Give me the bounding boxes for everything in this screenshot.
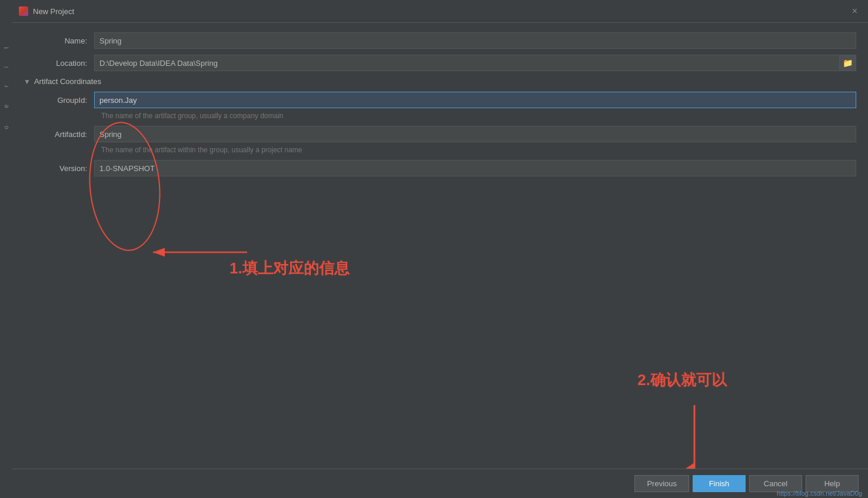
version-label: Version: bbox=[24, 164, 94, 173]
annotation-arrow-1 bbox=[147, 240, 253, 272]
sidebar-item-2[interactable]: i bbox=[3, 66, 9, 68]
artifactid-input[interactable] bbox=[94, 126, 856, 142]
browse-button[interactable]: 📁 bbox=[840, 55, 856, 71]
groupid-label: GroupId: bbox=[24, 96, 94, 105]
section-toggle[interactable]: ▼ bbox=[24, 78, 31, 86]
sidebar-item-4[interactable]: e bbox=[3, 105, 9, 108]
location-input-wrapper: 📁 bbox=[94, 55, 856, 71]
dialog-title: New Project bbox=[33, 7, 849, 16]
groupid-row: GroupId: bbox=[24, 92, 856, 108]
groupid-input[interactable] bbox=[94, 92, 856, 108]
groupid-helper: The name of the artifact group, usually … bbox=[101, 112, 856, 120]
sidebar-item-5[interactable]: o bbox=[3, 126, 9, 129]
location-input[interactable] bbox=[94, 55, 840, 71]
version-row: Version: bbox=[24, 160, 856, 176]
annotation-text-1: 1.填上对应的信息 bbox=[230, 258, 350, 279]
name-label: Name: bbox=[24, 36, 94, 45]
sidebar-item-1[interactable]: t bbox=[3, 47, 9, 49]
artifact-section-title: Artifact Coordinates bbox=[34, 77, 101, 86]
version-input[interactable] bbox=[94, 160, 856, 176]
artifactid-label: ArtifactId: bbox=[24, 130, 94, 139]
button-bar: Previous Finish Cancel Help bbox=[12, 469, 868, 498]
artifactid-row: ArtifactId: bbox=[24, 126, 856, 142]
finish-button[interactable]: Finish bbox=[693, 475, 746, 492]
dialog-content: Name: Location: 📁 ▼ Artifact Coordinates… bbox=[12, 23, 868, 469]
sidebar-strip: t i r e o bbox=[0, 0, 12, 498]
cancel-button[interactable]: Cancel bbox=[749, 475, 802, 492]
artifactid-helper: The name of the artifact within the grou… bbox=[101, 146, 856, 154]
title-bar: New Project × bbox=[12, 0, 868, 23]
name-input[interactable] bbox=[94, 32, 856, 49]
previous-button[interactable]: Previous bbox=[634, 475, 689, 492]
close-button[interactable]: × bbox=[849, 5, 861, 18]
annotation-text-2: 2.确认就可以 bbox=[637, 370, 727, 390]
help-button[interactable]: Help bbox=[806, 475, 859, 492]
artifact-section-header: ▼ Artifact Coordinates bbox=[24, 77, 856, 86]
name-row: Name: bbox=[24, 32, 856, 49]
folder-icon: 📁 bbox=[843, 58, 853, 68]
app-icon bbox=[19, 6, 28, 16]
location-label: Location: bbox=[24, 59, 94, 68]
sidebar-item-3[interactable]: r bbox=[3, 85, 9, 87]
new-project-dialog: New Project × Name: Location: 📁 ▼ Artifa… bbox=[12, 0, 868, 498]
location-row: Location: 📁 bbox=[24, 55, 856, 71]
annotation-arrow-2 bbox=[680, 405, 709, 469]
